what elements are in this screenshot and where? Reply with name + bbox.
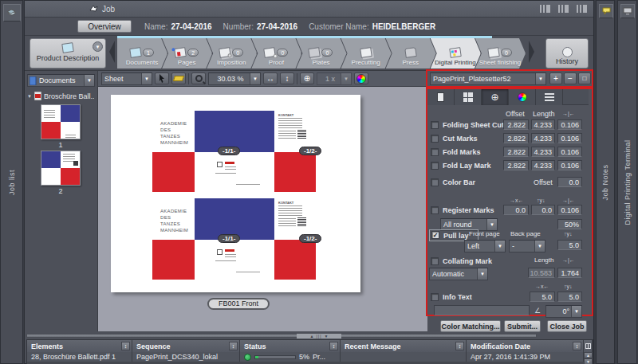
register-gap-field[interactable]: 0.106 [557, 205, 582, 215]
cell-modification-date[interactable]: Apr 27, 2016 1:41:39 PM [467, 352, 584, 362]
product-description-button[interactable]: Product Description ▼ [30, 38, 106, 68]
documents-view-select[interactable]: Documents ▼ [27, 74, 95, 87]
folding-sheet-cuts-checkbox[interactable] [431, 121, 439, 129]
table-scroll-down-icon[interactable]: ▼ [584, 358, 593, 364]
info-text-checkbox[interactable] [431, 293, 439, 301]
splitter-grip[interactable]: ▲|||▼ [297, 334, 341, 339]
column-config-cell[interactable] [584, 340, 593, 352]
col-header-sequence[interactable]: Sequence↕ [132, 340, 240, 352]
col-header-recent-message[interactable]: Recent Message↕ [341, 340, 467, 352]
documents-select-arrow-icon[interactable]: ▼ [84, 75, 94, 86]
detach-window-icon[interactable] [577, 5, 587, 13]
collapse-panels-icon[interactable] [540, 5, 550, 13]
fold-gap-field[interactable]: 0.106 [557, 147, 582, 157]
cell-sequence[interactable]: PagePrint_DCS340_lokal [132, 352, 240, 362]
angle-select-arrow-icon[interactable]: ▼ [571, 306, 581, 317]
fold-lay-length-field[interactable]: 4.233 [531, 160, 555, 170]
scroll-steps-right-icon[interactable] [529, 41, 534, 63]
cut-marks-checkbox[interactable] [431, 135, 439, 143]
tab-marks[interactable]: ⊕ [482, 89, 509, 105]
scroll-steps-left-icon[interactable] [109, 41, 115, 63]
step-digital-printing[interactable]: Digital Printing [431, 38, 481, 68]
front-select-arrow-icon[interactable]: ▼ [494, 241, 505, 252]
fold-lay-mark-checkbox[interactable] [431, 162, 439, 170]
sort-icon[interactable]: ↕ [121, 342, 130, 350]
sort-icon[interactable]: ↕ [329, 342, 338, 350]
view-select-arrow-icon[interactable]: ▼ [141, 73, 152, 84]
pull-lay-checkbox[interactable]: ✓ [431, 231, 439, 239]
collating-gap-field[interactable]: 1.764 [557, 268, 582, 278]
step-plates[interactable]: 0 Plates [296, 38, 346, 68]
close-job-button[interactable]: Close Job [547, 320, 587, 332]
tab-sheet[interactable] [427, 89, 455, 105]
column-config-icon[interactable] [585, 343, 591, 349]
cut-length-field[interactable]: 4.233 [531, 133, 555, 143]
fit-height-button[interactable]: ↕ [280, 72, 294, 84]
register-y-field[interactable]: 0.0 [531, 205, 555, 215]
info-text-x-field[interactable]: 5.0 [530, 292, 555, 302]
cut-offset-field[interactable]: 2.822 [503, 133, 529, 143]
pull-lay-back-select[interactable]: - ▼ [509, 240, 545, 252]
cell-status[interactable]: 5% Pr... [240, 352, 341, 362]
register-x-field[interactable]: 0.0 [503, 205, 529, 215]
sort-icon[interactable]: ↕ [229, 342, 238, 350]
overview-button[interactable]: Overview [77, 20, 132, 33]
history-button[interactable]: History [545, 38, 589, 68]
fold-marks-checkbox[interactable] [431, 148, 439, 156]
document-tree-item[interactable]: ▼ Broschüre Ball.. [27, 92, 96, 100]
separations-button[interactable] [354, 72, 368, 84]
folding-length-field[interactable]: 4.233 [531, 119, 555, 130]
sheet-preview-canvas[interactable]: AKADEMIE DES TANZES MANNHEIM KONTAKT [98, 87, 427, 331]
step-pages[interactable]: 2 Pages [162, 38, 212, 68]
color-bar-offset-field[interactable]: 0.0 [557, 177, 582, 187]
preset-select-arrow-icon[interactable]: ▼ [535, 73, 545, 84]
fold-length-field[interactable]: 4.233 [531, 147, 555, 157]
step-sheet-finishing[interactable]: 0 Sheet finishing [475, 38, 526, 68]
zoom-level-select[interactable]: 30.03 % ▼ [208, 72, 261, 85]
table-scroll-up-icon[interactable]: ▲ [584, 352, 593, 358]
register-marks-checkbox[interactable] [431, 206, 439, 214]
folding-offset-field[interactable]: 2.822 [503, 119, 529, 130]
step-precutting[interactable]: Precutting [341, 38, 392, 68]
tab-output[interactable] [536, 89, 563, 105]
step-imposition[interactable]: 0 Imposition [207, 38, 257, 68]
product-description-menu-icon[interactable]: ▼ [93, 41, 103, 52]
folding-gap-field[interactable]: 0.106 [557, 119, 582, 130]
view-mode-select[interactable]: Sheet ▼ [101, 72, 152, 85]
splitter-up-icon[interactable]: ▲ [310, 334, 314, 339]
tab-layout[interactable] [455, 89, 482, 105]
tile-view-icon[interactable] [558, 5, 569, 13]
select-tool-button[interactable] [155, 72, 169, 84]
job-notes-strip[interactable]: Job Notes [596, 0, 615, 364]
info-text-angle-select[interactable]: 0° ▼ [545, 305, 582, 318]
digital-printing-terminal-icon[interactable] [620, 4, 635, 18]
cut-gap-field[interactable]: 0.106 [557, 133, 582, 143]
color-bar-checkbox[interactable] [431, 178, 439, 186]
cell-recent-message[interactable] [341, 352, 467, 362]
zoom-tool-button[interactable] [191, 72, 206, 84]
scale-select[interactable]: 1 x ▼ [317, 72, 352, 85]
digital-printing-terminal-strip[interactable]: Digital Printing Terminal [617, 0, 637, 364]
job-list-strip[interactable]: Job list [0, 0, 23, 364]
collating-mode-arrow-icon[interactable]: ▼ [477, 268, 487, 280]
fit-width-button[interactable]: ↔ [263, 72, 278, 84]
collating-mode-select[interactable]: Automatic ▼ [429, 268, 488, 280]
copy-preset-button[interactable]: □ [578, 72, 591, 84]
fold-lay-gap-field[interactable]: 0.106 [557, 160, 582, 170]
add-preset-button[interactable]: + [549, 72, 562, 84]
back-select-arrow-icon[interactable]: ▼ [534, 241, 545, 252]
collating-length-field[interactable]: 10.583 [528, 268, 555, 278]
step-proof[interactable]: 0 Proof [251, 38, 301, 68]
preset-select[interactable]: PagePrint_Platesetter52 ▼ [430, 72, 546, 85]
tab-color[interactable] [509, 89, 536, 105]
register-mode-arrow-icon[interactable]: ▼ [486, 219, 497, 230]
step-press[interactable]: Press [386, 38, 436, 68]
sort-icon[interactable]: ↕ [573, 342, 581, 350]
page-thumbnail-2[interactable]: 2 [41, 151, 81, 195]
splitter-down-icon[interactable]: ▼ [324, 334, 328, 339]
color-matching-button[interactable]: Color Matching... [440, 320, 501, 332]
fold-offset-field[interactable]: 2.822 [503, 147, 529, 157]
sort-icon[interactable]: ↕ [455, 342, 464, 350]
collating-mark-checkbox[interactable] [431, 257, 439, 265]
pull-lay-y-field[interactable]: 5.0 [557, 240, 582, 250]
